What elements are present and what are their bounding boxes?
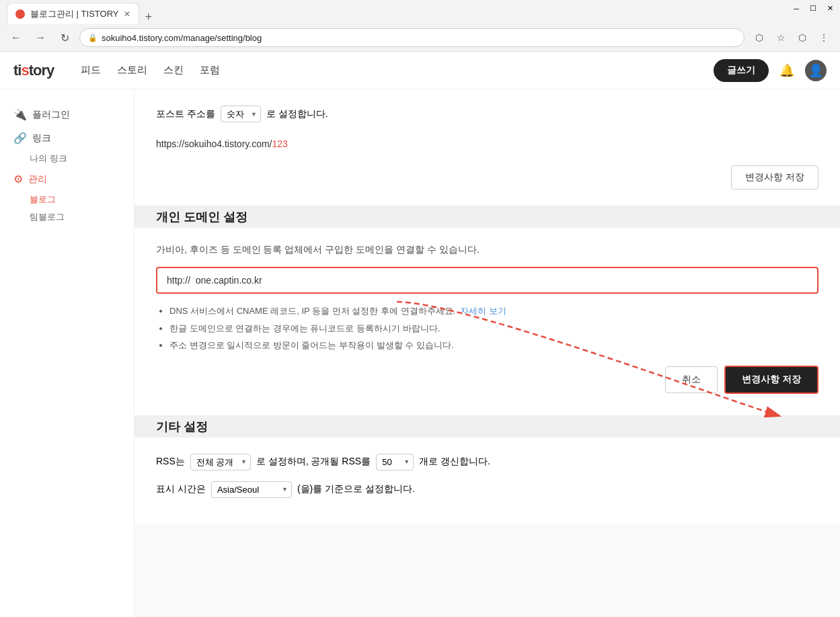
rss-label: RSS는 bbox=[156, 456, 185, 468]
top-nav-right: 글쓰기 🔔 👤 bbox=[714, 59, 827, 82]
sidebar-sub-mylink[interactable]: 나의 링크 bbox=[0, 150, 134, 167]
main-layout: 🔌 플러그인 🔗 링크 나의 링크 ⚙ 관리 블로그 팀블로그 포스트 주소를 bbox=[0, 89, 840, 617]
rss-count-select-wrapper: 10 20 50 100 bbox=[376, 454, 414, 470]
new-tab-button[interactable]: + bbox=[139, 10, 157, 24]
forward-button[interactable]: → bbox=[31, 28, 50, 47]
sidebar-item-plugin[interactable]: 🔌 플러그인 bbox=[0, 103, 134, 126]
write-button[interactable]: 글쓰기 bbox=[714, 59, 769, 82]
rss-suffix: 개로 갱신합니다. bbox=[419, 456, 490, 468]
reload-button[interactable]: ↻ bbox=[55, 28, 74, 47]
post-address-suffix: 로 설정합니다. bbox=[266, 108, 328, 120]
other-section-title-header: 기타 설정 bbox=[156, 419, 208, 435]
minimize-icon[interactable]: ─ bbox=[794, 5, 799, 13]
content-area: 포스트 주소를 숫자 문자 로 설정합니다. https://sokuiho4.… bbox=[135, 89, 840, 617]
profile-button[interactable]: ⬡ bbox=[793, 28, 812, 47]
logo[interactable]: tistory bbox=[13, 62, 54, 79]
domain-notes: DNS 서비스에서 CNAME 레코드, IP 등을 먼저 설정한 후에 연결하… bbox=[156, 304, 818, 352]
url-text: sokuiho4.tistory.com/manage/setting/blog bbox=[102, 33, 736, 43]
tab-title: 블로그관리 | TISTORY bbox=[30, 8, 118, 20]
bookmark-button[interactable]: ☆ bbox=[771, 28, 790, 47]
sidebar-item-plugin-label: 플러그인 bbox=[32, 109, 70, 121]
rss-visibility-select[interactable]: 전체 공개 비공개 bbox=[190, 454, 251, 470]
nav-forum[interactable]: 포럼 bbox=[200, 64, 220, 77]
post-address-label: 포스트 주소를 bbox=[156, 108, 215, 120]
url-base: https://sokuiho4.tistory.com/ bbox=[156, 138, 272, 149]
tab-bar: ─ ☐ ✕ 블로그관리 | TISTORY ✕ + bbox=[0, 0, 840, 24]
restore-icon[interactable]: ☐ bbox=[810, 4, 816, 13]
sidebar-item-manage-label: 관리 bbox=[28, 173, 47, 186]
sidebar-item-link-label: 링크 bbox=[32, 132, 51, 145]
rss-setting-row: RSS는 전체 공개 비공개 로 설정하며, 공개될 RSS를 10 20 50 bbox=[156, 454, 818, 470]
sidebar-sub-teamblog[interactable]: 팀블로그 bbox=[0, 208, 134, 226]
other-settings-section: RSS는 전체 공개 비공개 로 설정하며, 공개될 RSS를 10 20 50 bbox=[135, 438, 840, 525]
timezone-select-wrapper: Asia/Seoul bbox=[211, 481, 292, 498]
lock-icon: 🔒 bbox=[88, 34, 98, 42]
active-tab[interactable]: 블로그관리 | TISTORY ✕ bbox=[7, 3, 139, 24]
extensions-button[interactable]: ⬡ bbox=[750, 28, 769, 47]
domain-section-title-header: 개인 도메인 설정 bbox=[156, 209, 247, 225]
url-highlight: 123 bbox=[272, 138, 287, 149]
domain-cancel-button[interactable]: 취소 bbox=[665, 366, 718, 393]
sidebar-item-manage[interactable]: ⚙ 관리 bbox=[0, 167, 134, 191]
tab-close-button[interactable]: ✕ bbox=[124, 9, 130, 19]
tab-favicon bbox=[15, 9, 25, 19]
domain-save-button[interactable]: 변경사항 저장 bbox=[724, 366, 818, 394]
nav-feed[interactable]: 피드 bbox=[81, 64, 101, 77]
post-address-row: 포스트 주소를 숫자 문자 로 설정합니다. bbox=[156, 106, 818, 122]
domain-section-gap: 개인 도메인 설정 bbox=[135, 206, 840, 228]
sidebar: 🔌 플러그인 🔗 링크 나의 링크 ⚙ 관리 블로그 팀블로그 bbox=[0, 89, 135, 617]
post-address-select-wrapper: 숫자 문자 bbox=[221, 106, 261, 122]
domain-note-link[interactable]: 자세히 보기 bbox=[460, 306, 506, 316]
menu-button[interactable]: ⋮ bbox=[814, 28, 833, 47]
domain-note-2: 한글 도메인으로 연결하는 경우에는 퓨니코드로 등록하시기 바랍니다. bbox=[169, 322, 818, 335]
page-wrapper: tistory 피드 스토리 스킨 포럼 글쓰기 🔔 👤 🔌 플러그인 🔗 링크 bbox=[0, 52, 840, 617]
timezone-select[interactable]: Asia/Seoul bbox=[211, 481, 292, 498]
domain-input-wrapper bbox=[156, 267, 818, 294]
notification-button[interactable]: 🔔 bbox=[779, 63, 794, 78]
rss-visibility-select-wrapper: 전체 공개 비공개 bbox=[190, 454, 251, 470]
domain-note-3: 주소 변경으로 일시적으로 방문이 줄어드는 부작용이 발생할 수 있습니다. bbox=[169, 339, 818, 352]
post-address-section: 포스트 주소를 숫자 문자 로 설정합니다. https://sokuiho4.… bbox=[135, 89, 840, 206]
rss-mid-label: 로 설정하며, 공개될 RSS를 bbox=[256, 456, 371, 468]
rss-count-select[interactable]: 10 20 50 100 bbox=[376, 454, 414, 470]
nav-menu: 피드 스토리 스킨 포럼 bbox=[81, 64, 220, 77]
plugin-icon: 🔌 bbox=[13, 108, 27, 121]
top-nav: tistory 피드 스토리 스킨 포럼 글쓰기 🔔 👤 bbox=[0, 52, 840, 89]
domain-section: 가비아, 후이즈 등 도메인 등록 업체에서 구입한 도메인을 연결할 수 있습… bbox=[135, 228, 840, 416]
url-preview: https://sokuiho4.tistory.com/123 bbox=[156, 133, 818, 155]
toolbar-actions: ⬡ ☆ ⬡ ⋮ bbox=[750, 28, 833, 47]
gear-icon: ⚙ bbox=[13, 173, 23, 186]
post-address-select[interactable]: 숫자 문자 bbox=[221, 106, 261, 122]
domain-desc: 가비아, 후이즈 등 도메인 등록 업체에서 구입한 도메인을 연결할 수 있습… bbox=[156, 244, 818, 256]
browser-toolbar: ← → ↻ 🔒 sokuiho4.tistory.com/manage/sett… bbox=[0, 24, 840, 51]
post-address-save-area: 변경사항 저장 bbox=[156, 165, 818, 190]
sidebar-item-link[interactable]: 🔗 링크 bbox=[0, 126, 134, 150]
nav-skin[interactable]: 스킨 bbox=[163, 64, 184, 77]
address-bar[interactable]: 🔒 sokuiho4.tistory.com/manage/setting/bl… bbox=[79, 28, 744, 47]
browser-chrome: ─ ☐ ✕ 블로그관리 | TISTORY ✕ + ← → ↻ 🔒 sokuih… bbox=[0, 0, 840, 52]
link-icon: 🔗 bbox=[13, 132, 27, 145]
back-button[interactable]: ← bbox=[7, 28, 26, 47]
domain-input[interactable] bbox=[156, 267, 818, 294]
timezone-setting-row: 표시 시간은 Asia/Seoul (을)를 기준으로 설정합니다. bbox=[156, 481, 818, 498]
domain-note-1: DNS 서비스에서 CNAME 레코드, IP 등을 먼저 설정한 후에 연결하… bbox=[169, 304, 818, 318]
timezone-label: 표시 시간은 bbox=[156, 483, 206, 495]
close-icon[interactable]: ✕ bbox=[827, 4, 833, 13]
other-section-gap: 기타 설정 bbox=[135, 416, 840, 438]
nav-story[interactable]: 스토리 bbox=[117, 64, 147, 77]
avatar-button[interactable]: 👤 bbox=[805, 60, 827, 81]
domain-actions: 취소 변경사항 저장 bbox=[156, 366, 818, 394]
timezone-suffix: (을)를 기준으로 설정합니다. bbox=[297, 483, 415, 495]
post-address-save-button[interactable]: 변경사항 저장 bbox=[731, 165, 818, 190]
sidebar-sub-blog[interactable]: 블로그 bbox=[0, 191, 134, 208]
